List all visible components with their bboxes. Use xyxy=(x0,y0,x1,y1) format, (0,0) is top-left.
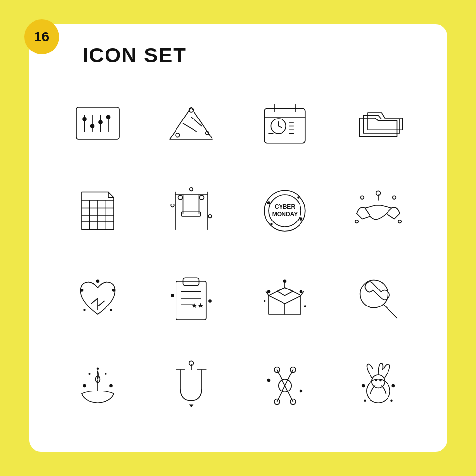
turkey-icon xyxy=(334,347,423,425)
svg-rect-0 xyxy=(76,107,119,139)
playground-icon xyxy=(147,172,236,250)
svg-point-87 xyxy=(97,368,99,370)
svg-point-107 xyxy=(362,384,365,388)
svg-text:MONDAY: MONDAY xyxy=(272,211,298,218)
spreadsheet-icon xyxy=(53,172,142,250)
svg-point-56 xyxy=(393,196,396,199)
svg-line-61 xyxy=(98,301,104,306)
svg-point-106 xyxy=(379,379,381,381)
svg-point-108 xyxy=(392,384,395,388)
svg-point-105 xyxy=(375,379,377,381)
svg-rect-39 xyxy=(181,212,201,216)
search-bone-icon xyxy=(334,259,423,337)
delivery-box-icon xyxy=(241,259,330,337)
svg-point-8 xyxy=(106,115,110,119)
svg-point-5 xyxy=(82,117,87,121)
svg-point-57 xyxy=(355,220,359,223)
page-header: ICON SET xyxy=(53,44,423,67)
svg-point-6 xyxy=(90,124,94,128)
svg-point-7 xyxy=(98,120,103,124)
svg-line-21 xyxy=(279,126,282,128)
svg-point-41 xyxy=(200,195,204,200)
handshake-icon xyxy=(334,172,423,250)
eco-heart-icon xyxy=(53,259,142,337)
svg-point-110 xyxy=(391,400,393,402)
svg-point-55 xyxy=(361,196,364,199)
diya-lamp-icon xyxy=(53,347,142,425)
svg-point-103 xyxy=(367,379,390,403)
svg-text:★: ★ xyxy=(197,301,204,309)
review-clipboard-icon: ★ ★ xyxy=(147,259,236,337)
svg-point-64 xyxy=(96,280,99,283)
svg-point-102 xyxy=(299,390,302,393)
svg-point-101 xyxy=(267,379,270,382)
icon-grid: CYBER MONDAY xyxy=(53,85,423,425)
svg-point-75 xyxy=(208,299,212,303)
calendar-time-icon xyxy=(241,85,330,162)
audio-mixer-icon xyxy=(53,85,142,162)
svg-point-88 xyxy=(88,373,90,375)
safety-pin-icon xyxy=(241,347,330,425)
magnet-icon xyxy=(147,347,236,425)
page-title: ICON SET xyxy=(83,44,187,67)
main-card: 16 ICON SET xyxy=(29,24,447,452)
svg-text:CYBER: CYBER xyxy=(275,204,296,210)
svg-point-81 xyxy=(304,305,306,307)
svg-rect-67 xyxy=(176,281,206,320)
cyber-monday-icon: CYBER MONDAY xyxy=(241,172,330,250)
svg-point-89 xyxy=(105,373,106,375)
svg-point-49 xyxy=(267,201,270,204)
svg-point-109 xyxy=(364,400,366,402)
svg-point-40 xyxy=(178,195,183,200)
svg-point-80 xyxy=(264,300,265,302)
svg-line-60 xyxy=(91,298,98,304)
svg-point-12 xyxy=(176,133,180,137)
svg-point-65 xyxy=(83,309,85,311)
svg-point-63 xyxy=(112,289,115,292)
svg-rect-68 xyxy=(183,278,199,285)
svg-point-79 xyxy=(283,280,286,283)
svg-point-44 xyxy=(208,215,212,218)
svg-line-83 xyxy=(384,305,397,318)
svg-text:★: ★ xyxy=(191,301,197,309)
svg-point-50 xyxy=(299,217,302,221)
svg-line-10 xyxy=(183,123,197,132)
svg-point-77 xyxy=(267,290,270,294)
svg-point-78 xyxy=(299,290,302,294)
svg-point-85 xyxy=(83,384,86,388)
svg-point-51 xyxy=(297,196,299,198)
svg-point-66 xyxy=(110,309,112,311)
svg-point-86 xyxy=(109,384,113,388)
svg-point-104 xyxy=(372,375,385,388)
folders-icon xyxy=(334,85,423,162)
svg-point-52 xyxy=(270,223,272,225)
svg-point-74 xyxy=(171,294,174,297)
svg-point-58 xyxy=(398,220,402,223)
svg-point-43 xyxy=(171,204,174,207)
svg-point-62 xyxy=(80,289,83,292)
svg-point-42 xyxy=(190,188,193,191)
mining-icon xyxy=(147,85,236,162)
count-badge: 16 xyxy=(24,19,59,54)
